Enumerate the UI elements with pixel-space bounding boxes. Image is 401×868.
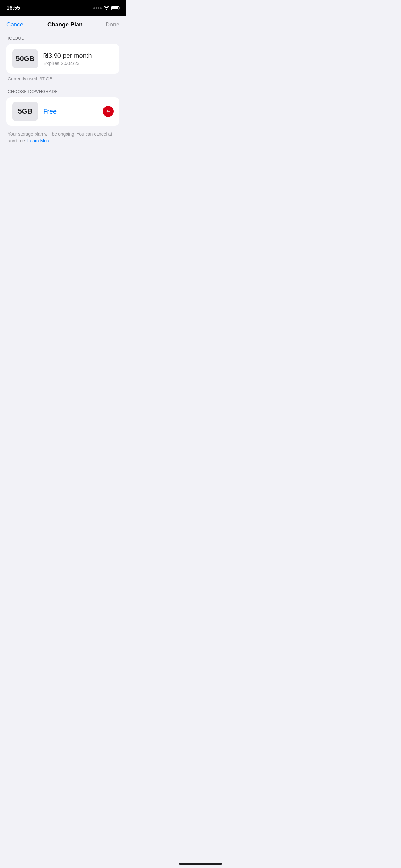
learn-more-link[interactable]: Learn More bbox=[27, 138, 51, 144]
downgrade-plan-label: Free bbox=[43, 108, 97, 115]
signal-icon bbox=[93, 7, 102, 9]
wifi-icon bbox=[104, 5, 110, 11]
downgrade-plan-card[interactable]: 5GB Free bbox=[6, 97, 120, 126]
downgrade-arrow-icon bbox=[103, 106, 114, 117]
status-icons bbox=[93, 5, 120, 11]
currently-used-label: Currently used: 37 GB bbox=[6, 76, 120, 82]
downgrade-section-label: CHOOSE DOWNGRADE bbox=[6, 89, 120, 94]
nav-bar: Cancel Change Plan Done bbox=[0, 16, 126, 32]
current-plan-expires: Expires 20/04/23 bbox=[43, 60, 114, 66]
page-title: Change Plan bbox=[48, 21, 83, 28]
current-storage-badge: 50GB bbox=[12, 49, 38, 68]
footer-text: Your storage plan will be ongoing. You c… bbox=[6, 131, 120, 144]
main-content: ICLOUD+ 50GB ₪3.90 per month Expires 20/… bbox=[0, 32, 126, 148]
current-plan-card: 50GB ₪3.90 per month Expires 20/04/23 bbox=[6, 44, 120, 73]
footer-description: Your storage plan will be ongoing. You c… bbox=[8, 131, 112, 144]
cancel-button[interactable]: Cancel bbox=[6, 21, 25, 28]
downgrade-storage-badge: 5GB bbox=[12, 102, 38, 121]
current-plan-info: ₪3.90 per month Expires 20/04/23 bbox=[43, 52, 114, 66]
status-time: 16:55 bbox=[6, 5, 20, 11]
status-bar: 16:55 bbox=[0, 0, 126, 16]
battery-icon bbox=[112, 6, 120, 10]
current-plan-price: ₪3.90 per month bbox=[43, 52, 114, 59]
done-button[interactable]: Done bbox=[105, 21, 120, 28]
icloud-section-label: ICLOUD+ bbox=[6, 36, 120, 41]
